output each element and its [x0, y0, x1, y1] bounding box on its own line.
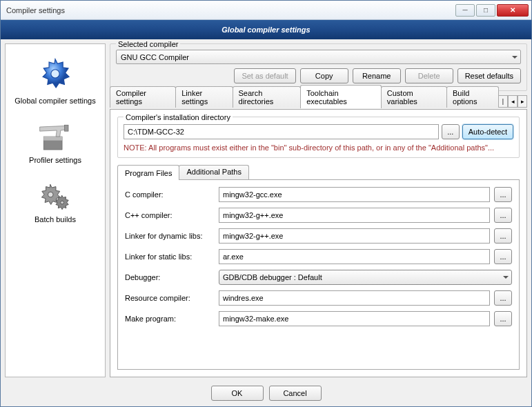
page-banner: Global compiler settings: [1, 20, 531, 39]
label-static-linker: Linker for static libs:: [125, 252, 215, 261]
set-default-button[interactable]: Set as default: [234, 68, 295, 83]
tab-scroll-left[interactable]: ◂: [508, 95, 518, 108]
dialog-buttons: OK Cancel: [5, 381, 527, 402]
label-resource-compiler: Resource compiler:: [125, 294, 215, 302]
delete-button[interactable]: Delete: [405, 68, 453, 83]
compiler-button-row: Set as default Copy Rename Delete Reset …: [116, 68, 521, 83]
caliper-box-icon: [36, 120, 75, 153]
input-static-linker[interactable]: ar.exe: [219, 249, 490, 264]
browse-resource-compiler[interactable]: ...: [494, 290, 512, 306]
window-title: Compiler settings: [6, 6, 455, 14]
close-button[interactable]: ✕: [497, 4, 529, 17]
rename-button[interactable]: Rename: [353, 68, 401, 83]
tab-search-directories[interactable]: Search directories: [233, 86, 302, 108]
ok-button[interactable]: OK: [211, 386, 264, 401]
titlebar: Compiler settings ─ □ ✕: [1, 1, 531, 20]
sidebar-item-global-compiler[interactable]: Global compiler settings: [7, 50, 104, 115]
svg-rect-3: [64, 125, 68, 131]
label-debugger: Debugger:: [125, 273, 215, 281]
svg-point-5: [61, 201, 64, 204]
sidebar: Global compiler settings Profiler settin…: [5, 43, 106, 377]
tab-scroll-right[interactable]: ▸: [518, 95, 527, 108]
tab-scroll-sep[interactable]: |: [498, 95, 508, 108]
copy-button[interactable]: Copy: [300, 68, 348, 83]
label-dynamic-linker: Linker for dynamic libs:: [125, 232, 215, 240]
svg-point-0: [51, 70, 59, 78]
sidebar-item-label: Profiler settings: [29, 156, 81, 164]
input-value: C:\TDM-GCC-32: [128, 128, 184, 136]
install-dir-group: Compiler's installation directory C:\TDM…: [117, 117, 520, 158]
compiler-combo[interactable]: GNU GCC Compiler: [116, 50, 521, 64]
svg-rect-2: [43, 137, 62, 141]
combo-value: GNU GCC Compiler: [121, 53, 189, 61]
group-label: Compiler's installation directory: [124, 113, 233, 121]
sidebar-item-batch[interactable]: Batch builds: [7, 174, 104, 233]
browse-cpp-compiler[interactable]: ...: [494, 208, 512, 223]
tab-custom-variables[interactable]: Custom variables: [381, 86, 447, 108]
browse-dynamic-linker[interactable]: ...: [494, 228, 512, 244]
tabs-strip: Compiler settings Linker settings Search…: [110, 92, 527, 108]
tab-compiler-settings[interactable]: Compiler settings: [110, 86, 176, 108]
gear-blue-icon: [36, 55, 75, 94]
banner-title: Global compiler settings: [221, 26, 310, 34]
sidebar-item-label: Batch builds: [35, 215, 76, 224]
browse-static-linker[interactable]: ...: [494, 249, 512, 264]
browse-c-compiler[interactable]: ...: [494, 187, 512, 202]
tab-panel: Compiler's installation directory C:\TDM…: [110, 109, 527, 377]
programs-grid: C compiler: mingw32-gcc.exe ... C++ comp…: [125, 187, 512, 326]
browse-button[interactable]: ...: [442, 124, 460, 139]
window: Compiler settings ─ □ ✕ Global compiler …: [0, 0, 532, 407]
input-cpp-compiler[interactable]: mingw32-g++.exe: [219, 208, 490, 223]
sub-tab-additional-paths[interactable]: Additional Paths: [179, 165, 249, 179]
sidebar-item-profiler[interactable]: Profiler settings: [7, 115, 104, 174]
chevron-down-icon: [503, 276, 509, 279]
input-resource-compiler[interactable]: windres.exe: [219, 290, 490, 306]
selected-compiler-group: Selected compiler GNU GCC Compiler Set a…: [110, 43, 527, 91]
install-note: NOTE: All programs must exist either in …: [124, 143, 513, 152]
sidebar-item-label: Global compiler settings: [14, 97, 95, 105]
tab-scroll: | ◂ ▸: [498, 95, 527, 108]
input-make[interactable]: mingw32-make.exe: [219, 311, 490, 326]
install-dir-row: C:\TDM-GCC-32 ... Auto-detect: [124, 124, 513, 139]
body: Global compiler settings Profiler settin…: [1, 39, 531, 406]
window-controls: ─ □ ✕: [455, 4, 529, 17]
combo-debugger[interactable]: GDB/CDB debugger : Default: [219, 270, 512, 285]
sub-panel: C compiler: mingw32-gcc.exe ... C++ comp…: [117, 179, 520, 370]
cancel-button[interactable]: Cancel: [269, 386, 322, 401]
svg-point-4: [48, 192, 53, 197]
minimize-button[interactable]: ─: [455, 4, 475, 17]
input-c-compiler[interactable]: mingw32-gcc.exe: [219, 187, 490, 202]
program-files-section: Program Files Additional Paths C compile…: [117, 163, 520, 370]
sub-tabs: Program Files Additional Paths: [117, 165, 520, 179]
maximize-button[interactable]: □: [476, 4, 495, 17]
reset-defaults-button[interactable]: Reset defaults: [457, 68, 521, 83]
browse-make[interactable]: ...: [494, 311, 512, 326]
auto-detect-button[interactable]: Auto-detect: [462, 124, 513, 139]
content-area: Selected compiler GNU GCC Compiler Set a…: [110, 43, 527, 377]
group-label: Selected compiler: [116, 40, 180, 48]
label-make: Make program:: [125, 315, 215, 323]
label-c-compiler: C compiler:: [125, 190, 215, 199]
chevron-down-icon: [512, 56, 518, 59]
tab-linker-settings[interactable]: Linker settings: [175, 86, 233, 108]
install-path-input[interactable]: C:\TDM-GCC-32: [124, 124, 439, 139]
label-cpp-compiler: C++ compiler:: [125, 211, 215, 219]
sub-tab-program-files[interactable]: Program Files: [117, 165, 179, 180]
gears-gray-icon: [39, 179, 72, 212]
input-dynamic-linker[interactable]: mingw32-g++.exe: [219, 228, 490, 244]
tab-build-options[interactable]: Build options: [446, 86, 499, 108]
tab-toolchain-executables[interactable]: Toolchain executables: [300, 85, 382, 108]
main-row: Global compiler settings Profiler settin…: [5, 43, 527, 377]
